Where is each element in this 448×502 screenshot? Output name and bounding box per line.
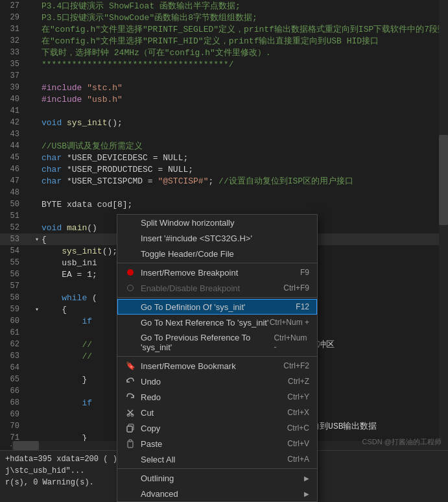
context-menu: Split Window horizontally Insert '#inclu… xyxy=(117,214,318,502)
line-32: 32 在"config.h"文件里选择"PRINTF_HID"定义，printf… xyxy=(0,35,448,47)
menu-item-copy[interactable]: Copy Ctrl+C xyxy=(117,420,317,436)
line-31: 31 在"config.h"文件里选择"PRINTF_SEGLED"定义，pri… xyxy=(0,23,448,35)
menu-item-go-to-definition[interactable]: Go To Definition Of 'sys_init' F12 xyxy=(117,299,317,315)
line-37: 37 xyxy=(0,70,448,82)
menu-item-insert-bookmark[interactable]: 🔖 Insert/Remove Bookmark Ctrl+F2 xyxy=(117,358,317,374)
menu-item-toggle-header[interactable]: Toggle Header/Code File xyxy=(117,246,317,261)
line-45: 45 char *USER_DEVICEDESC = NULL; xyxy=(0,152,448,163)
line-33: 33 下载时，选择时钟 24MHz（可在"config.h"文件里修改）. xyxy=(0,47,448,58)
no-icon-advanced xyxy=(125,488,136,499)
h-scrollbar-thumb[interactable] xyxy=(13,441,39,450)
line-50: 50 BYTE xdata cod[8]; xyxy=(0,198,448,210)
separator-1 xyxy=(117,263,317,263)
scrollbar-thumb[interactable] xyxy=(439,135,448,225)
no-icon xyxy=(125,248,136,259)
menu-item-insert-include[interactable]: Insert '#include <STC32G.H>' xyxy=(117,230,317,246)
no-icon-select xyxy=(125,454,136,464)
svg-rect-8 xyxy=(129,440,132,442)
no-icon-outline xyxy=(125,473,136,483)
menu-item-enable-breakpoint[interactable]: Enable/Disable Breakpoint Ctrl+F9 xyxy=(117,280,317,296)
undo-icon xyxy=(125,376,136,387)
redo-icon xyxy=(125,392,136,402)
line-48: 48 xyxy=(0,187,448,198)
menu-item-cut[interactable]: Cut Ctrl+X xyxy=(117,405,317,420)
line-40: 40 #include "usb.h" xyxy=(0,93,448,105)
no-icon xyxy=(125,217,136,228)
menu-item-go-to-next[interactable]: Go To Next Reference To 'sys_init' Ctrl+… xyxy=(117,315,317,330)
breakpoint-icon xyxy=(125,267,136,278)
separator-2 xyxy=(117,297,317,298)
menu-item-paste[interactable]: Paste Ctrl+V xyxy=(117,436,317,451)
menu-item-select-all[interactable]: Select All Ctrl+A xyxy=(117,451,317,467)
menu-item-outlining[interactable]: Outlining ▶ xyxy=(117,470,317,486)
line-27: 27 P3.4口按键演示 ShowFloat 函数输出半字点数据; xyxy=(0,0,448,12)
menu-item-split-window[interactable]: Split Window horizontally xyxy=(117,215,317,230)
menu-item-advanced[interactable]: Advanced ▶ xyxy=(117,486,317,501)
paste-icon xyxy=(125,438,136,449)
menu-item-undo[interactable]: Undo Ctrl+Z xyxy=(117,374,317,389)
copy-icon xyxy=(125,423,136,433)
outlining-submenu-arrow: ▶ xyxy=(304,475,309,482)
code-editor: 27 P3.4口按键演示 ShowFloat 函数输出半字点数据; 29 P3.… xyxy=(0,0,448,502)
line-43: 43 xyxy=(0,128,448,140)
vertical-scrollbar[interactable] xyxy=(439,0,448,450)
no-icon-prev xyxy=(125,337,136,348)
bookmark-icon: 🔖 xyxy=(125,361,136,371)
menu-item-insert-breakpoint[interactable]: Insert/Remove Breakpoint F9 xyxy=(117,265,317,280)
empty-breakpoint-icon xyxy=(125,283,136,293)
line-44: 44 //USB调试及复位所需定义 xyxy=(0,140,448,152)
separator-3 xyxy=(117,356,317,357)
line-47: 47 char *USER_STCISPCMD = "@STCISP#"; //… xyxy=(0,175,448,187)
line-29: 29 P3.5口按键演示"ShowCode"函数输出8字节数组组数据; xyxy=(0,12,448,23)
no-icon-go-def xyxy=(125,302,136,312)
line-35: 35 *************************************… xyxy=(0,58,448,70)
advanced-submenu-arrow: ▶ xyxy=(304,490,309,497)
menu-item-redo[interactable]: Redo Ctrl+Y xyxy=(117,389,317,405)
line-46: 46 char *USER_PRODUCTDESC = NULL; xyxy=(0,163,448,175)
watermark: CSDN @打酱油的工程师 xyxy=(362,437,442,447)
line-42: 42 void sys_init(); xyxy=(0,117,448,128)
svg-rect-5 xyxy=(127,426,132,432)
no-icon-next xyxy=(125,317,136,328)
line-41: 41 xyxy=(0,105,448,117)
line-39: 39 #include "stc.h" xyxy=(0,82,448,93)
no-icon xyxy=(125,233,136,243)
menu-item-go-to-prev[interactable]: Go To Previous Reference To 'sys_init' C… xyxy=(117,330,317,355)
separator-4 xyxy=(117,468,317,469)
cut-icon xyxy=(125,407,136,418)
